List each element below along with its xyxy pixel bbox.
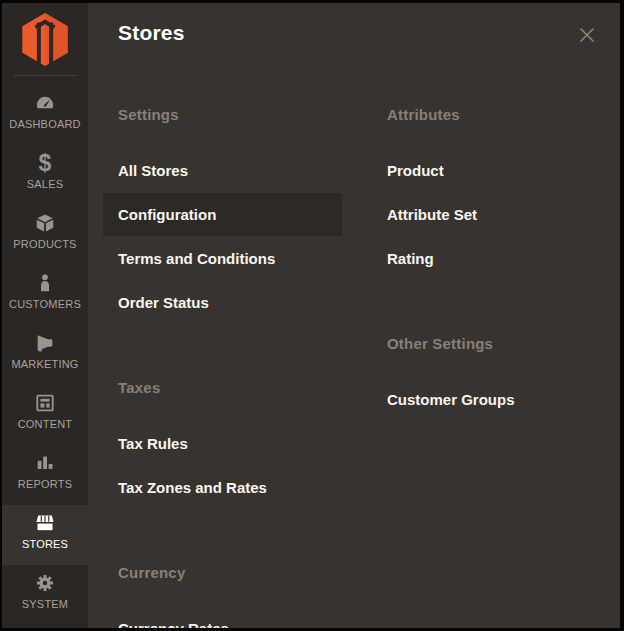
flyout-link-tax-zones-and-rates[interactable]: Tax Zones and Rates — [103, 466, 342, 509]
menu-list: Customer Groups — [387, 378, 620, 421]
list-item: All Stores — [103, 149, 342, 192]
flyout-title: Stores — [118, 19, 590, 47]
admin-window: DASHBOARD$SALESPRODUCTSCUSTOMERSMARKETIN… — [2, 3, 620, 628]
sidebar-item-stores[interactable]: STORES — [2, 505, 88, 565]
dollar-icon: $ — [33, 152, 57, 174]
sidebar-item-reports[interactable]: REPORTS — [2, 445, 88, 505]
sidebar-item-label: CONTENT — [18, 418, 73, 431]
list-item: Terms and Conditions — [103, 237, 342, 280]
menu-list: Tax RulesTax Zones and Rates — [118, 422, 387, 509]
sidebar-item-label: MARKETING — [11, 358, 78, 371]
menu-section-other-settings: Other SettingsCustomer Groups — [387, 334, 620, 421]
sidebar-item-label: DASHBOARD — [9, 118, 80, 131]
menu-section-taxes: TaxesTax RulesTax Zones and Rates — [118, 378, 387, 509]
menu-list: Currency Rates — [118, 607, 387, 628]
sidebar-item-content[interactable]: CONTENT — [2, 385, 88, 445]
flyout-link-attribute-set[interactable]: Attribute Set — [372, 193, 575, 236]
flyout-link-rating[interactable]: Rating — [372, 237, 575, 280]
flyout-link-product[interactable]: Product — [372, 149, 575, 192]
section-title: Other Settings — [387, 334, 620, 354]
flyout-column-1: SettingsAll StoresConfigurationTerms and… — [118, 105, 387, 628]
megaphone-icon — [33, 332, 57, 354]
flyout-link-tax-rules[interactable]: Tax Rules — [103, 422, 342, 465]
menu-section-settings: SettingsAll StoresConfigurationTerms and… — [118, 105, 387, 324]
sidebar-item-products[interactable]: PRODUCTS — [2, 205, 88, 265]
list-item: Configuration — [103, 193, 342, 236]
flyout-link-configuration[interactable]: Configuration — [103, 193, 342, 236]
list-item: Product — [372, 149, 575, 192]
flyout-link-terms-and-conditions[interactable]: Terms and Conditions — [103, 237, 342, 280]
sidebar-nav: DASHBOARD$SALESPRODUCTSCUSTOMERSMARKETIN… — [2, 85, 88, 625]
section-title: Attributes — [387, 105, 620, 125]
sidebar-divider — [14, 75, 76, 76]
list-item: Order Status — [103, 281, 342, 324]
list-item: Attribute Set — [372, 193, 575, 236]
flyout-header: Stores — [88, 3, 620, 47]
layout-icon — [33, 392, 57, 414]
flyout-link-currency-rates[interactable]: Currency Rates — [103, 607, 342, 628]
admin-sidebar: DASHBOARD$SALESPRODUCTSCUSTOMERSMARKETIN… — [2, 3, 88, 628]
bar-chart-icon — [33, 452, 57, 474]
list-item: Currency Rates — [103, 607, 342, 628]
sidebar-item-system[interactable]: SYSTEM — [2, 565, 88, 625]
sidebar-item-label: CUSTOMERS — [9, 298, 81, 311]
box-icon — [33, 212, 57, 234]
sidebar-item-dashboard[interactable]: DASHBOARD — [2, 85, 88, 145]
menu-list: All StoresConfigurationTerms and Conditi… — [118, 149, 387, 324]
sidebar-item-label: PRODUCTS — [13, 238, 76, 251]
section-title: Settings — [118, 105, 387, 125]
person-icon — [33, 272, 57, 294]
sidebar-item-sales[interactable]: $SALES — [2, 145, 88, 205]
sidebar-item-label: SYSTEM — [22, 598, 68, 611]
flyout-link-customer-groups[interactable]: Customer Groups — [372, 378, 575, 421]
gear-icon — [33, 572, 57, 594]
dashboard-gauge-icon — [33, 92, 57, 114]
list-item: Rating — [372, 237, 575, 280]
close-icon[interactable] — [576, 24, 598, 46]
flyout-column-2: AttributesProductAttribute SetRatingOthe… — [387, 105, 620, 475]
list-item: Customer Groups — [372, 378, 575, 421]
storefront-icon — [33, 512, 57, 534]
sidebar-item-label: REPORTS — [18, 478, 72, 491]
list-item: Tax Zones and Rates — [103, 466, 342, 509]
sidebar-item-label: STORES — [22, 538, 68, 551]
flyout-body: SettingsAll StoresConfigurationTerms and… — [88, 47, 620, 628]
menu-list: ProductAttribute SetRating — [387, 149, 620, 280]
sidebar-item-marketing[interactable]: MARKETING — [2, 325, 88, 385]
flyout-link-all-stores[interactable]: All Stores — [103, 149, 342, 192]
sidebar-item-label: SALES — [27, 178, 63, 191]
sidebar-item-customers[interactable]: CUSTOMERS — [2, 265, 88, 325]
flyout-link-order-status[interactable]: Order Status — [103, 281, 342, 324]
menu-section-currency: CurrencyCurrency Rates — [118, 563, 387, 628]
section-title: Taxes — [118, 378, 387, 398]
section-title: Currency — [118, 563, 387, 583]
magento-logo-icon[interactable] — [2, 3, 88, 75]
menu-section-attributes: AttributesProductAttribute SetRating — [387, 105, 620, 280]
stores-flyout-panel: Stores SettingsAll StoresConfigurationTe… — [88, 3, 620, 628]
list-item: Tax Rules — [103, 422, 342, 465]
